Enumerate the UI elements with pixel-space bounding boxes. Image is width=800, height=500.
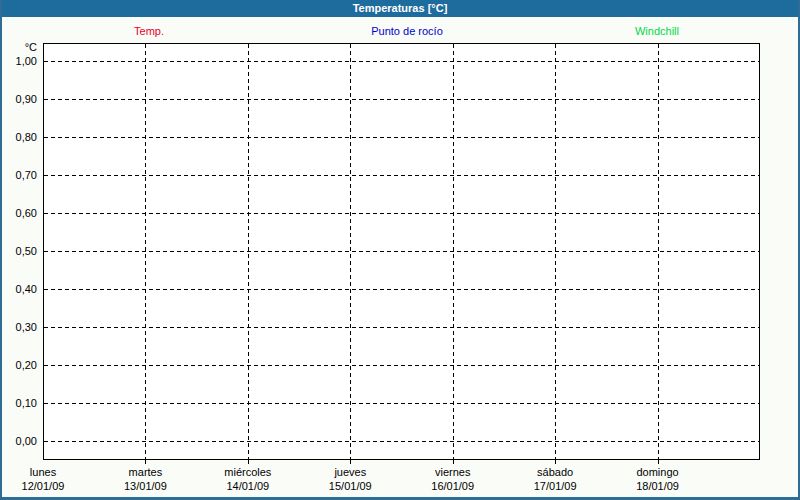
gridline-vertical: [145, 44, 146, 459]
gridline-horizontal: [44, 365, 759, 366]
day-name: miércoles: [224, 466, 271, 478]
gridline-horizontal: [44, 327, 759, 328]
day-date: 16/01/09: [398, 479, 508, 493]
x-axis-day-label: sábado17/01/09: [500, 465, 610, 493]
y-axis-tick-label: 0,90: [2, 92, 37, 106]
day-name: domingo: [636, 466, 678, 478]
x-axis-tick-mark: [453, 460, 454, 464]
day-name: lunes: [30, 466, 56, 478]
x-axis-day-label: domingo18/01/09: [603, 465, 713, 493]
day-name: sábado: [537, 466, 573, 478]
plot-area: [43, 43, 760, 460]
temperature-chart-window: Temperaturas [°C] Temp.Punto de rocíoWin…: [0, 0, 800, 500]
day-name: viernes: [435, 466, 470, 478]
chart-title-bar: Temperaturas [°C]: [0, 0, 800, 17]
x-axis-tick-mark: [350, 460, 351, 464]
day-date: 15/01/09: [295, 479, 405, 493]
gridline-horizontal: [44, 289, 759, 290]
gridline-horizontal: [44, 441, 759, 442]
gridline-vertical: [658, 44, 659, 459]
y-axis-tick-label: 0,50: [2, 244, 37, 258]
x-axis-tick-mark: [145, 460, 146, 464]
y-axis-tick-label: 0,10: [2, 396, 37, 410]
legend-item: Punto de rocío: [371, 25, 443, 38]
gridline-vertical: [555, 44, 556, 459]
x-axis-tick-mark: [555, 460, 556, 464]
gridline-horizontal: [44, 99, 759, 100]
x-axis-day-label: martes13/01/09: [90, 465, 200, 493]
day-date: 14/01/09: [193, 479, 303, 493]
day-name: jueves: [334, 466, 366, 478]
y-axis-tick-label: 0,00: [2, 434, 37, 448]
y-axis-tick-label: 0,70: [2, 168, 37, 182]
day-date: 17/01/09: [500, 479, 610, 493]
x-axis-day-label: viernes16/01/09: [398, 465, 508, 493]
gridline-horizontal: [44, 213, 759, 214]
y-axis-tick-label: 0,60: [2, 206, 37, 220]
x-axis-day-label: jueves15/01/09: [295, 465, 405, 493]
gridline-horizontal: [44, 251, 759, 252]
legend-item: Temp.: [134, 25, 164, 38]
gridline-horizontal: [44, 137, 759, 138]
gridline-horizontal: [44, 175, 759, 176]
x-axis-tick-mark: [658, 460, 659, 464]
day-date: 12/01/09: [0, 479, 98, 493]
gridline-horizontal: [44, 61, 759, 62]
y-axis-tick-label: 1,00: [2, 54, 37, 68]
gridline-vertical: [248, 44, 249, 459]
chart-title: Temperaturas [°C]: [353, 2, 448, 14]
legend-item: Windchill: [635, 25, 679, 38]
day-date: 18/01/09: [603, 479, 713, 493]
y-axis-tick-label: 0,20: [2, 358, 37, 372]
gridline-vertical: [453, 44, 454, 459]
gridline-vertical: [350, 44, 351, 459]
day-name: martes: [129, 466, 163, 478]
y-axis-tick-label: 0,40: [2, 282, 37, 296]
gridline-horizontal: [44, 403, 759, 404]
day-date: 13/01/09: [90, 479, 200, 493]
y-axis-tick-label: 0,80: [2, 130, 37, 144]
x-axis-day-label: miércoles14/01/09: [193, 465, 303, 493]
x-axis-tick-mark: [248, 460, 249, 464]
y-axis-unit-label: °C: [2, 41, 37, 54]
x-axis-day-label: lunes12/01/09: [0, 465, 98, 493]
y-axis-tick-label: 0,30: [2, 320, 37, 334]
